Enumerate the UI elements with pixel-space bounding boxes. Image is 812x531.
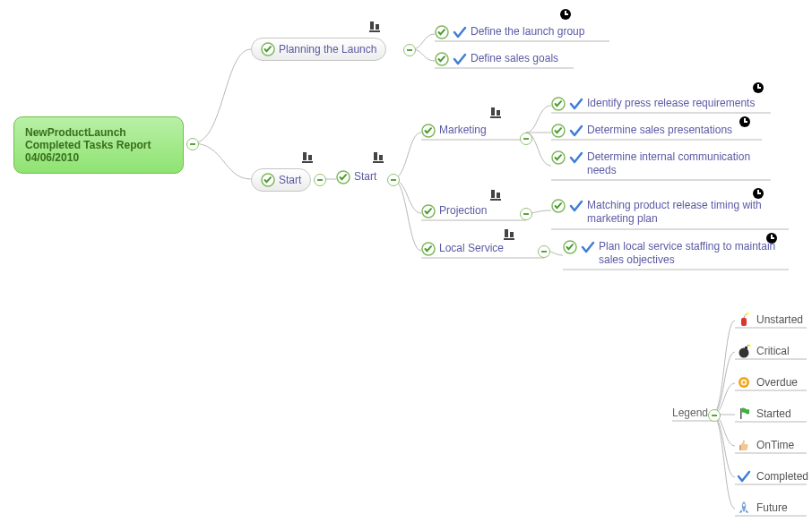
bomb-icon <box>737 344 751 358</box>
expand-toggle-projection[interactable] <box>520 208 532 220</box>
clock-icon <box>753 82 764 93</box>
start2-node[interactable]: Start <box>336 170 376 184</box>
legend-item-started[interactable]: Started <box>737 407 791 421</box>
legend-item-ontime[interactable]: OnTime <box>737 438 794 452</box>
expand-toggle-marketing[interactable] <box>520 133 532 145</box>
check-green-icon <box>551 124 566 138</box>
priority-icon <box>371 150 385 167</box>
leaf-define-launch-group[interactable]: Define the launch group <box>435 25 584 39</box>
check-blue-icon <box>453 52 467 66</box>
clock-icon <box>560 9 571 20</box>
planning-node[interactable]: Planning the Launch <box>251 38 386 61</box>
clock-icon <box>753 188 764 199</box>
projection-node[interactable]: Projection <box>421 204 487 218</box>
rocket-icon <box>737 501 751 515</box>
check-blue-icon <box>737 469 751 484</box>
overdue-icon <box>737 375 751 390</box>
check-green-icon <box>261 42 275 56</box>
expand-toggle-legend[interactable] <box>708 409 721 422</box>
check-blue-icon <box>569 199 583 213</box>
check-green-icon <box>551 150 566 165</box>
thumb-icon <box>737 438 751 452</box>
check-green-icon <box>435 25 449 39</box>
check-blue-icon <box>453 25 467 39</box>
check-green-icon <box>551 199 566 213</box>
legend-item-completed[interactable]: Completed <box>737 469 808 484</box>
expand-toggle-start1[interactable] <box>314 174 326 186</box>
root-node[interactable]: NewProductLaunch Completed Tasks Report … <box>13 116 184 174</box>
check-green-icon <box>421 124 436 138</box>
check-green-icon <box>336 170 350 184</box>
priority-icon <box>502 227 516 244</box>
start1-node[interactable]: Start <box>251 168 311 192</box>
expand-toggle-start2[interactable] <box>387 174 400 186</box>
legend-item-unstarted[interactable]: Unstarted <box>737 313 803 327</box>
check-blue-icon <box>569 124 583 138</box>
expand-toggle-root[interactable] <box>186 138 199 150</box>
clock-icon <box>739 116 750 127</box>
leaf-determine-internal[interactable]: Determine internal communication needs <box>551 150 757 177</box>
root-line3: 04/06/2010 <box>25 151 172 164</box>
dynamite-icon <box>737 313 751 327</box>
leaf-plan-local-service[interactable]: Plan local service staffing to maintain … <box>563 240 778 267</box>
expand-toggle-planning[interactable] <box>403 44 416 56</box>
marketing-node[interactable]: Marketing <box>421 124 487 138</box>
priority-icon <box>367 20 382 37</box>
priority-icon <box>488 106 503 123</box>
check-green-icon <box>563 240 577 254</box>
root-line1: NewProductLaunch <box>25 126 172 139</box>
legend-item-critical[interactable]: Critical <box>737 344 790 358</box>
leaf-define-sales-goals[interactable]: Define sales goals <box>435 52 558 66</box>
check-green-icon <box>421 204 436 218</box>
check-blue-icon <box>581 240 595 254</box>
flag-icon <box>737 407 751 421</box>
start2-label: Start <box>354 170 376 184</box>
check-blue-icon <box>569 150 583 165</box>
check-green-icon <box>261 173 275 187</box>
check-green-icon <box>551 97 566 111</box>
leaf-determine-sales[interactable]: Determine sales presentations <box>551 124 732 138</box>
root-line2: Completed Tasks Report <box>25 139 172 151</box>
expand-toggle-localservice[interactable] <box>538 245 550 258</box>
check-green-icon <box>421 242 436 256</box>
priority-icon <box>300 150 315 167</box>
planning-label: Planning the Launch <box>279 43 376 56</box>
priority-icon <box>488 188 503 205</box>
local-service-node[interactable]: Local Service <box>421 242 504 256</box>
leaf-identify-press[interactable]: Identify press release requirements <box>551 97 755 111</box>
check-blue-icon <box>569 97 583 111</box>
leaf-matching-product[interactable]: Matching product release timing with mar… <box>551 199 775 226</box>
check-green-icon <box>435 52 449 66</box>
legend-item-overdue[interactable]: Overdue <box>737 375 798 390</box>
legend-item-future[interactable]: Future <box>737 501 788 515</box>
start1-label: Start <box>279 174 301 186</box>
legend-node[interactable]: Legend <box>672 407 708 419</box>
